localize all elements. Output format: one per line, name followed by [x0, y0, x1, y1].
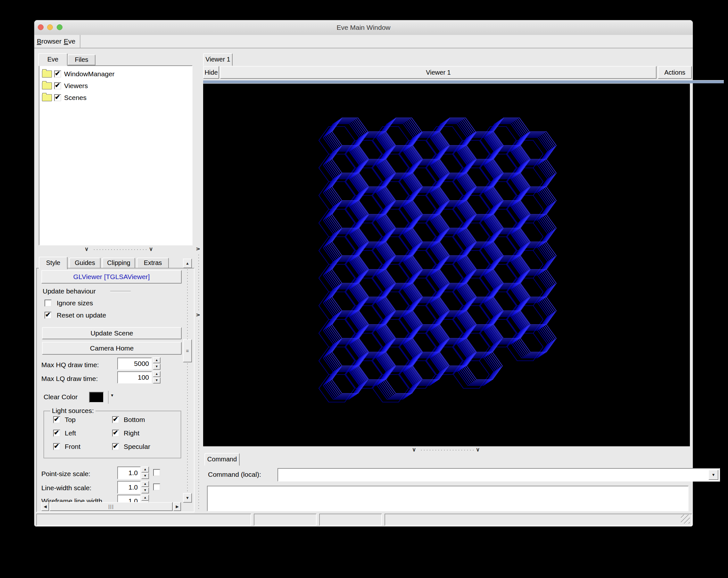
- checkbox-reset-on-update[interactable]: [45, 312, 52, 319]
- clear-color-dropdown-icon[interactable]: ▼: [110, 393, 114, 398]
- update-behaviour-label: Update behaviour: [43, 287, 96, 295]
- vertical-scrollbar-thumb[interactable]: ≡: [183, 339, 192, 362]
- camera-home-button[interactable]: Camera Home: [42, 342, 182, 355]
- tree-item-label[interactable]: WindowManager: [64, 70, 115, 78]
- clear-color-swatch[interactable]: [89, 392, 104, 403]
- menu-eve[interactable]: Eve: [64, 35, 75, 48]
- line-width-stepper[interactable]: ▲ ▼: [141, 481, 149, 493]
- vertical-scrollbar-track[interactable]: [187, 269, 188, 339]
- hide-button[interactable]: Hide: [203, 66, 219, 79]
- status-segment: [319, 514, 382, 526]
- combo-dropdown-icon[interactable]: ▼: [708, 470, 719, 480]
- tab-guides[interactable]: Guides: [69, 258, 101, 268]
- tab-viewer-1[interactable]: Viewer 1: [203, 53, 233, 66]
- tree-row-viewers[interactable]: Viewers: [40, 80, 192, 91]
- eve-tree-panel: WindowManager Viewers Scenes: [39, 65, 192, 245]
- resize-grip-icon[interactable]: [681, 515, 690, 524]
- vertical-splitter[interactable]: [198, 255, 199, 312]
- app-window: Eve Main Window Browser Eve Eve Files Wi…: [34, 20, 693, 527]
- spin-down-icon[interactable]: ▼: [153, 377, 160, 384]
- checkbox-scenes[interactable]: [54, 94, 61, 101]
- horizontal-scrollbar-thumb[interactable]: |||: [50, 502, 173, 511]
- light-bottom-label[interactable]: Bottom: [124, 416, 145, 424]
- folder-icon: [42, 94, 52, 101]
- splitter-chevron-down-icon[interactable]: ∨: [476, 447, 480, 453]
- splitter-chevron-down-icon[interactable]: ∨: [412, 447, 416, 453]
- line-width-input[interactable]: 1.0: [117, 481, 141, 494]
- spin-down-icon[interactable]: ▼: [141, 473, 149, 479]
- spin-down-icon[interactable]: ▼: [141, 487, 149, 493]
- title-bar[interactable]: Eve Main Window: [34, 20, 693, 35]
- line-width-label: Line-width scale:: [41, 484, 91, 492]
- max-hq-stepper[interactable]: ▲ ▼: [153, 357, 160, 370]
- checkbox-light-bottom[interactable]: [112, 416, 119, 423]
- checkbox-light-right[interactable]: [112, 430, 119, 437]
- tab-files[interactable]: Files: [68, 54, 96, 65]
- command-combobox[interactable]: ▼: [278, 468, 720, 481]
- splitter-chevron-right-icon[interactable]: ∨: [195, 247, 201, 251]
- checkbox-ignore-sizes[interactable]: [45, 299, 52, 307]
- light-front-label[interactable]: Front: [65, 443, 80, 450]
- update-scene-button[interactable]: Update Scene: [42, 327, 182, 339]
- reset-on-update-label[interactable]: Reset on update: [57, 311, 106, 319]
- light-left-label[interactable]: Left: [65, 429, 76, 437]
- scroll-down-icon[interactable]: ▼: [183, 493, 192, 503]
- splitter-chevron-right-icon[interactable]: ∨: [195, 313, 201, 317]
- vertical-scrollbar-track[interactable]: [187, 364, 188, 492]
- tab-extras[interactable]: Extras: [137, 258, 169, 268]
- screen-background: Eve Main Window Browser Eve Eve Files Wi…: [0, 0, 728, 578]
- checkbox-light-left[interactable]: [53, 430, 60, 437]
- checkbox-light-top[interactable]: [53, 416, 60, 423]
- tab-command[interactable]: Command: [204, 453, 240, 466]
- checkbox-point-size[interactable]: [153, 469, 160, 476]
- tree-item-label[interactable]: Scenes: [64, 94, 86, 102]
- honeycomb-wireframe: [203, 84, 690, 446]
- spin-up-icon[interactable]: ▲: [141, 467, 149, 473]
- checkbox-viewers[interactable]: [54, 82, 61, 89]
- horizontal-splitter[interactable]: [94, 249, 147, 250]
- update-behaviour-rule: [110, 291, 131, 292]
- spin-down-icon[interactable]: ▼: [153, 364, 160, 370]
- style-panel: GLViewer [TGLSAViewer] Update behaviour …: [36, 268, 194, 512]
- tree-row-scenes[interactable]: Scenes: [40, 91, 192, 104]
- tab-clipping[interactable]: Clipping: [102, 258, 135, 268]
- viewer-title-bar[interactable]: Viewer 1: [220, 66, 656, 79]
- command-input[interactable]: [279, 469, 706, 480]
- spin-up-icon[interactable]: ▲: [153, 371, 160, 377]
- tab-style[interactable]: Style: [39, 257, 68, 269]
- splitter-chevron-down-icon[interactable]: ∨: [85, 246, 88, 253]
- checkbox-light-specular[interactable]: [112, 443, 119, 450]
- checkbox-line-width[interactable]: [153, 483, 160, 491]
- light-right-label[interactable]: Right: [124, 429, 139, 437]
- point-size-input[interactable]: 1.0: [117, 467, 141, 479]
- max-hq-input[interactable]: 5000: [117, 358, 152, 370]
- checkbox-windowmanager[interactable]: [54, 71, 61, 78]
- spin-up-icon[interactable]: ▲: [141, 495, 149, 501]
- scroll-left-icon[interactable]: ◀: [41, 502, 49, 511]
- max-lq-input[interactable]: 100: [117, 371, 152, 384]
- tab-eve[interactable]: Eve: [38, 53, 68, 66]
- actions-button[interactable]: Actions: [658, 66, 692, 79]
- spin-up-icon[interactable]: ▲: [141, 481, 149, 487]
- scroll-right-icon[interactable]: ▶: [173, 502, 181, 511]
- light-top-label[interactable]: Top: [65, 416, 76, 424]
- scroll-up-icon[interactable]: ▲: [183, 259, 192, 268]
- vertical-splitter[interactable]: [198, 321, 199, 510]
- ignore-sizes-label[interactable]: Ignore sizes: [57, 299, 93, 307]
- max-lq-label: Max LQ draw time:: [41, 374, 98, 383]
- max-lq-stepper[interactable]: ▲ ▼: [153, 371, 160, 384]
- horizontal-splitter[interactable]: [421, 450, 474, 450]
- tree-item-label[interactable]: Viewers: [64, 82, 88, 90]
- splitter-chevron-down-icon[interactable]: ∨: [149, 246, 153, 253]
- command-local-label: Command (local):: [208, 470, 261, 479]
- checkbox-light-front[interactable]: [53, 443, 60, 450]
- point-size-stepper[interactable]: ▲ ▼: [141, 467, 149, 479]
- tree-row-windowmanager[interactable]: WindowManager: [40, 68, 192, 80]
- command-output-area[interactable]: [207, 486, 688, 511]
- glviewer-link-button[interactable]: GLViewer [TGLSAViewer]: [41, 270, 182, 284]
- menu-browser[interactable]: Browser: [37, 35, 61, 48]
- light-specular-label[interactable]: Specular: [124, 443, 150, 450]
- light-sources-title: Light sources:: [50, 407, 96, 414]
- gl-viewport[interactable]: [203, 84, 690, 446]
- spin-up-icon[interactable]: ▲: [153, 357, 160, 363]
